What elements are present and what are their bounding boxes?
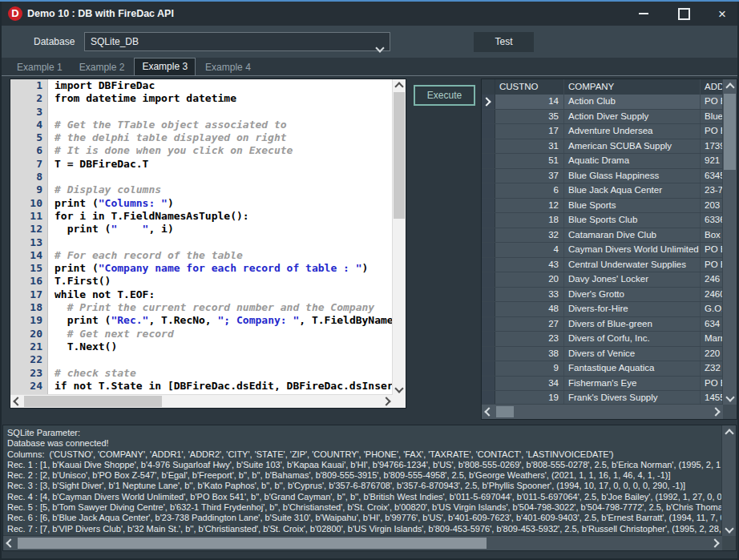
code-line[interactable]: 13	[10, 236, 393, 249]
tab-example-4[interactable]: Example 4	[198, 59, 258, 75]
row-indicator	[482, 258, 495, 272]
table-row[interactable]: 20Davy Jones' Locker246 S	[482, 272, 723, 288]
grid-vscroll-thumb[interactable]	[724, 94, 736, 170]
maximize-button[interactable]	[670, 2, 697, 26]
code-line[interactable]: 24if not T.State in [DBFireDac.dsEdit, D…	[10, 380, 393, 393]
table-row[interactable]: 12Blue Sports203 1	[482, 199, 723, 214]
table-row[interactable]: 6Blue Jack Aqua Center23-73	[482, 183, 723, 199]
table-row[interactable]: 9Fantastique AquaticaZ32 9	[482, 361, 723, 377]
table-row[interactable]: 35Action Diver SupplyBlue	[482, 110, 723, 125]
code-line[interactable]: 8	[10, 171, 393, 183]
row-indicator	[482, 317, 495, 332]
scroll-up-icon[interactable]	[393, 79, 406, 91]
scroll-down-icon[interactable]	[393, 383, 406, 395]
editor-horizontal-scrollbar[interactable]	[10, 394, 393, 408]
execute-button[interactable]: Execute	[414, 85, 475, 106]
grid-horizontal-scrollbar[interactable]	[482, 404, 723, 419]
table-row[interactable]: 43Central Underwater SuppliesPO B	[482, 258, 723, 273]
cell-addr: Marm	[701, 332, 723, 346]
code-line[interactable]: 20 # Get next record	[10, 328, 393, 340]
code-lines[interactable]: 1import DBFireDac2from datetime import d…	[10, 79, 393, 395]
scroll-down-icon[interactable]	[723, 392, 737, 405]
code-line[interactable]: 4# Get the TTable object associated to	[10, 119, 393, 131]
code-editor[interactable]: 1import DBFireDac2from datetime import d…	[10, 79, 406, 409]
cell-custno: 31	[495, 139, 564, 154]
code-line[interactable]: 14# For each record of the table	[10, 249, 393, 262]
editor-vertical-scrollbar[interactable]	[392, 79, 406, 395]
code-line[interactable]: 6# It is done when you click on Execute	[10, 144, 393, 157]
code-line[interactable]: 3	[10, 106, 393, 119]
cell-addr: Z32 9	[701, 361, 723, 376]
test-button[interactable]: Test	[474, 32, 534, 52]
line-number: 12	[10, 223, 47, 236]
table-row[interactable]: 19Frank's Divers Supply1455	[482, 391, 723, 405]
table-row[interactable]: 34Fisherman's EyePO B	[482, 377, 723, 392]
grid-hscroll-thumb[interactable]	[496, 406, 514, 417]
code-line[interactable]: 9# Display columns	[10, 183, 393, 196]
table-row[interactable]: 14Action ClubPO B	[482, 95, 723, 110]
grid-vertical-scrollbar[interactable]	[722, 79, 737, 405]
scroll-up-icon[interactable]	[722, 425, 736, 438]
tab-example-3[interactable]: Example 3	[134, 58, 196, 75]
code-line[interactable]: 18 # Print the current record number and…	[10, 301, 393, 314]
grid-column-header[interactable]: CUSTNO	[495, 79, 564, 95]
table-row[interactable]: 51Aquatic Drama921 E	[482, 154, 723, 169]
code-line[interactable]: 19 print ("Rec.", T.RecNo, "; Company: "…	[10, 314, 393, 327]
log-vertical-scrollbar[interactable]	[721, 425, 736, 536]
table-row[interactable]: 37Blue Glass Happiness6345	[482, 169, 723, 184]
title-bar[interactable]: D Demo 10 : DB with FireDac API ×	[0, 2, 739, 26]
grid-column-header[interactable]: COMPANY	[564, 79, 701, 95]
tab-example-2[interactable]: Example 2	[72, 59, 132, 75]
row-indicator	[482, 199, 495, 213]
code-line[interactable]: 21 T.Next()	[10, 340, 393, 353]
code-line[interactable]: 1import DBFireDac	[10, 79, 393, 92]
log-horizontal-scrollbar[interactable]	[3, 535, 722, 550]
grid-column-header[interactable]: ADD	[701, 79, 723, 95]
code-line[interactable]: 10print ("Columns: ")	[10, 197, 393, 210]
table-row[interactable]: 32Catamaran Dive ClubBox 2	[482, 228, 723, 244]
code-line[interactable]: 17while not T.EOF:	[10, 288, 393, 301]
scroll-right-icon[interactable]	[710, 405, 723, 419]
code-line[interactable]: 23# check state	[10, 367, 393, 380]
scroll-left-icon[interactable]	[10, 395, 22, 408]
close-button[interactable]: ×	[709, 2, 736, 26]
code-text: while not T.EOF:	[47, 288, 155, 301]
minimize-button[interactable]	[630, 2, 657, 26]
table-row[interactable]: 33Diver's Grotto2460	[482, 288, 723, 303]
table-row[interactable]: 48Divers-for-HireG.O.	[482, 302, 723, 317]
code-line[interactable]: 15print ("Company name for each record o…	[10, 262, 393, 275]
table-row[interactable]: 17Adventure UnderseaPO B	[482, 124, 723, 139]
scroll-left-icon[interactable]	[3, 536, 16, 550]
cell-company: Divers of Venice	[564, 347, 701, 361]
database-dropdown[interactable]: SQLite_DB	[84, 32, 390, 51]
scroll-down-icon[interactable]	[722, 523, 736, 536]
cell-addr: 220 E	[701, 347, 723, 361]
code-line[interactable]: 7T = DBFireDac.T	[10, 158, 393, 171]
code-line[interactable]: 2from datetime import datetime	[10, 92, 393, 105]
table-row[interactable]: 31American SCUBA Supply1739	[482, 139, 723, 155]
log-hscroll-thumb[interactable]	[18, 538, 487, 549]
line-number: 24	[10, 380, 47, 393]
code-text: print ("Columns: ")	[47, 197, 174, 210]
cell-custno: 14	[495, 95, 564, 109]
table-row[interactable]: 38Divers of Venice220 E	[482, 347, 723, 362]
table-row[interactable]: 18Blue Sports Club6336	[482, 213, 723, 228]
scroll-up-icon[interactable]	[723, 79, 737, 92]
scroll-right-icon[interactable]	[381, 395, 393, 408]
code-text: from datetime import datetime	[47, 92, 236, 105]
table-row[interactable]: 4Cayman Divers World UnlimitedPO B	[482, 243, 723, 258]
cell-addr: Box 2	[701, 228, 723, 243]
scroll-right-icon[interactable]	[709, 536, 722, 550]
editor-hscroll-thumb[interactable]	[24, 396, 162, 407]
code-line[interactable]: 12 print (" ", i)	[10, 223, 393, 236]
table-row[interactable]: 23Divers of Corfu, Inc.Marm	[482, 332, 723, 347]
code-line[interactable]: 5# the delphi table displayed on right	[10, 131, 393, 144]
table-row[interactable]: 27Divers of Blue-green634 C	[482, 317, 723, 332]
cell-company: Fantastique Aquatica	[564, 361, 701, 376]
code-line[interactable]: 11for i in T.FieldNamesAsTuple():	[10, 210, 393, 223]
scroll-left-icon[interactable]	[482, 405, 495, 419]
code-line[interactable]: 16T.First()	[10, 275, 393, 288]
editor-vscroll-thumb[interactable]	[394, 92, 405, 219]
tab-example-1[interactable]: Example 1	[10, 59, 70, 75]
code-line[interactable]: 22	[10, 353, 393, 366]
